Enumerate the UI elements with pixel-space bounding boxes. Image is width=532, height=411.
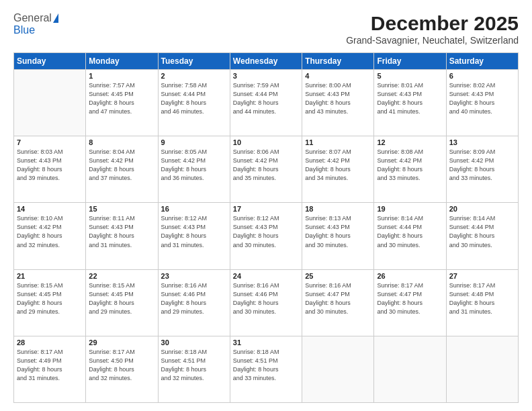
calendar-cell: 2Sunrise: 7:58 AM Sunset: 4:44 PM Daylig…: [158, 70, 230, 136]
calendar-cell: 23Sunrise: 8:16 AM Sunset: 4:46 PM Dayli…: [158, 269, 230, 336]
day-number: 11: [305, 138, 371, 146]
calendar-cell: 22Sunrise: 8:15 AM Sunset: 4:45 PM Dayli…: [86, 269, 158, 336]
logo: General Blue: [13, 12, 58, 36]
day-number: 20: [449, 205, 515, 213]
header-wednesday: Wednesday: [230, 53, 302, 70]
calendar-cell: 10Sunrise: 8:06 AM Sunset: 4:42 PM Dayli…: [230, 136, 302, 203]
calendar-cell: 27Sunrise: 8:17 AM Sunset: 4:48 PM Dayli…: [446, 269, 518, 336]
day-info: Sunrise: 8:18 AM Sunset: 4:51 PM Dayligh…: [161, 348, 227, 383]
day-info: Sunrise: 8:16 AM Sunset: 4:46 PM Dayligh…: [161, 281, 227, 316]
day-info: Sunrise: 8:07 AM Sunset: 4:42 PM Dayligh…: [305, 148, 371, 183]
logo-icon: [53, 13, 58, 23]
day-info: Sunrise: 8:02 AM Sunset: 4:43 PM Dayligh…: [449, 81, 515, 116]
header: General Blue December 2025 Grand-Savagni…: [13, 12, 519, 46]
calendar-cell: 15Sunrise: 8:11 AM Sunset: 4:43 PM Dayli…: [86, 203, 158, 269]
day-number: 27: [449, 272, 515, 280]
calendar-cell: [374, 336, 446, 402]
calendar-cell: 14Sunrise: 8:10 AM Sunset: 4:42 PM Dayli…: [14, 203, 86, 269]
day-info: Sunrise: 8:17 AM Sunset: 4:50 PM Dayligh…: [89, 348, 154, 383]
calendar-cell: 8Sunrise: 8:04 AM Sunset: 4:42 PM Daylig…: [86, 136, 158, 203]
day-number: 26: [377, 272, 443, 280]
day-info: Sunrise: 8:15 AM Sunset: 4:45 PM Dayligh…: [17, 281, 83, 316]
header-saturday: Saturday: [446, 53, 518, 70]
month-title: December 2025: [346, 12, 519, 35]
calendar-cell: 7Sunrise: 8:03 AM Sunset: 4:43 PM Daylig…: [14, 136, 86, 203]
day-number: 8: [89, 138, 154, 146]
day-number: 21: [17, 272, 83, 280]
day-info: Sunrise: 8:00 AM Sunset: 4:43 PM Dayligh…: [305, 81, 371, 116]
day-info: Sunrise: 8:12 AM Sunset: 4:43 PM Dayligh…: [161, 214, 227, 249]
day-number: 3: [233, 72, 299, 80]
logo-general-text: General: [13, 12, 52, 24]
calendar-cell: 18Sunrise: 8:13 AM Sunset: 4:43 PM Dayli…: [302, 203, 374, 269]
calendar-cell: 4Sunrise: 8:00 AM Sunset: 4:43 PM Daylig…: [302, 70, 374, 136]
day-info: Sunrise: 8:09 AM Sunset: 4:42 PM Dayligh…: [449, 148, 515, 183]
calendar-cell: 5Sunrise: 8:01 AM Sunset: 4:43 PM Daylig…: [374, 70, 446, 136]
day-number: 7: [17, 138, 83, 146]
day-info: Sunrise: 8:16 AM Sunset: 4:46 PM Dayligh…: [233, 281, 299, 316]
calendar-body: 1Sunrise: 7:57 AM Sunset: 4:45 PM Daylig…: [14, 70, 519, 403]
day-info: Sunrise: 8:08 AM Sunset: 4:42 PM Dayligh…: [377, 148, 443, 183]
day-info: Sunrise: 8:16 AM Sunset: 4:47 PM Dayligh…: [305, 281, 371, 316]
calendar-cell: 19Sunrise: 8:14 AM Sunset: 4:44 PM Dayli…: [374, 203, 446, 269]
calendar-cell: 1Sunrise: 7:57 AM Sunset: 4:45 PM Daylig…: [86, 70, 158, 136]
header-friday: Friday: [374, 53, 446, 70]
day-info: Sunrise: 8:17 AM Sunset: 4:48 PM Dayligh…: [449, 281, 515, 316]
day-info: Sunrise: 7:59 AM Sunset: 4:44 PM Dayligh…: [233, 81, 299, 116]
calendar-cell: 24Sunrise: 8:16 AM Sunset: 4:46 PM Dayli…: [230, 269, 302, 336]
day-number: 25: [305, 272, 371, 280]
day-number: 30: [161, 338, 227, 347]
day-info: Sunrise: 8:06 AM Sunset: 4:42 PM Dayligh…: [233, 148, 299, 183]
day-number: 14: [17, 205, 83, 213]
day-number: 1: [89, 72, 154, 80]
day-number: 9: [161, 138, 227, 146]
day-number: 22: [89, 272, 154, 280]
header-monday: Monday: [86, 53, 158, 70]
header-tuesday: Tuesday: [158, 53, 230, 70]
day-info: Sunrise: 8:14 AM Sunset: 4:44 PM Dayligh…: [377, 214, 443, 249]
day-number: 31: [233, 338, 299, 347]
day-info: Sunrise: 8:11 AM Sunset: 4:43 PM Dayligh…: [89, 214, 154, 249]
calendar-cell: [302, 336, 374, 402]
day-info: Sunrise: 8:04 AM Sunset: 4:42 PM Dayligh…: [89, 148, 154, 183]
calendar-cell: 13Sunrise: 8:09 AM Sunset: 4:42 PM Dayli…: [446, 136, 518, 203]
calendar-cell: 17Sunrise: 8:12 AM Sunset: 4:43 PM Dayli…: [230, 203, 302, 269]
header-sunday: Sunday: [14, 53, 86, 70]
calendar: Sunday Monday Tuesday Wednesday Thursday…: [13, 52, 519, 403]
calendar-week-4: 28Sunrise: 8:17 AM Sunset: 4:49 PM Dayli…: [14, 336, 519, 402]
page: General Blue December 2025 Grand-Savagni…: [0, 0, 532, 411]
day-number: 23: [161, 272, 227, 280]
day-info: Sunrise: 8:01 AM Sunset: 4:43 PM Dayligh…: [377, 81, 443, 116]
day-number: 29: [89, 338, 154, 347]
calendar-cell: 20Sunrise: 8:14 AM Sunset: 4:44 PM Dayli…: [446, 203, 518, 269]
day-info: Sunrise: 8:05 AM Sunset: 4:42 PM Dayligh…: [161, 148, 227, 183]
day-number: 2: [161, 72, 227, 80]
calendar-header: Sunday Monday Tuesday Wednesday Thursday…: [14, 53, 519, 70]
day-info: Sunrise: 8:10 AM Sunset: 4:42 PM Dayligh…: [17, 214, 83, 249]
calendar-week-3: 21Sunrise: 8:15 AM Sunset: 4:45 PM Dayli…: [14, 269, 519, 336]
day-number: 19: [377, 205, 443, 213]
calendar-cell: [446, 336, 518, 402]
title-block: December 2025 Grand-Savagnier, Neuchatel…: [346, 12, 519, 46]
day-info: Sunrise: 8:17 AM Sunset: 4:49 PM Dayligh…: [17, 348, 83, 383]
calendar-cell: 11Sunrise: 8:07 AM Sunset: 4:42 PM Dayli…: [302, 136, 374, 203]
calendar-cell: 3Sunrise: 7:59 AM Sunset: 4:44 PM Daylig…: [230, 70, 302, 136]
day-number: 12: [377, 138, 443, 146]
calendar-cell: [14, 70, 86, 136]
calendar-cell: 29Sunrise: 8:17 AM Sunset: 4:50 PM Dayli…: [86, 336, 158, 402]
day-number: 15: [89, 205, 154, 213]
calendar-cell: 31Sunrise: 8:18 AM Sunset: 4:51 PM Dayli…: [230, 336, 302, 402]
calendar-cell: 16Sunrise: 8:12 AM Sunset: 4:43 PM Dayli…: [158, 203, 230, 269]
day-number: 28: [17, 338, 83, 347]
day-number: 17: [233, 205, 299, 213]
header-row: Sunday Monday Tuesday Wednesday Thursday…: [14, 53, 519, 70]
day-number: 24: [233, 272, 299, 280]
subtitle: Grand-Savagnier, Neuchatel, Switzerland: [346, 35, 519, 46]
day-info: Sunrise: 8:17 AM Sunset: 4:47 PM Dayligh…: [377, 281, 443, 316]
day-info: Sunrise: 7:58 AM Sunset: 4:44 PM Dayligh…: [161, 81, 227, 116]
calendar-cell: 25Sunrise: 8:16 AM Sunset: 4:47 PM Dayli…: [302, 269, 374, 336]
calendar-cell: 12Sunrise: 8:08 AM Sunset: 4:42 PM Dayli…: [374, 136, 446, 203]
day-info: Sunrise: 7:57 AM Sunset: 4:45 PM Dayligh…: [89, 81, 154, 116]
calendar-cell: 26Sunrise: 8:17 AM Sunset: 4:47 PM Dayli…: [374, 269, 446, 336]
day-info: Sunrise: 8:12 AM Sunset: 4:43 PM Dayligh…: [233, 214, 299, 249]
